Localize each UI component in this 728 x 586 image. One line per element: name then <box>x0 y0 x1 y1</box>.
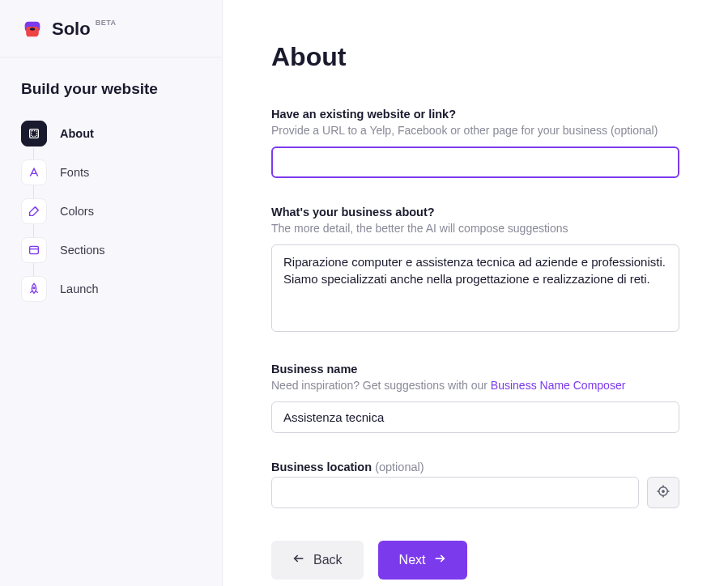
next-button-label: Next <box>399 553 426 567</box>
field-label-text: Business location <box>271 461 372 473</box>
svg-rect-2 <box>32 131 37 137</box>
back-button-label: Back <box>313 553 343 567</box>
sidebar-item-label: Launch <box>60 282 99 295</box>
sidebar-item-label: Sections <box>60 244 105 257</box>
main-content: About Have an existing website or link? … <box>223 0 728 586</box>
svg-point-5 <box>33 287 35 289</box>
field-label: Business name <box>271 363 679 376</box>
field-business-name: Business name Need inspiration? Get sugg… <box>271 363 679 433</box>
sidebar-item-label: Fonts <box>60 166 89 179</box>
sidebar: Solo BETA Build your website About Fonts… <box>0 0 223 586</box>
next-button[interactable]: Next <box>378 541 468 580</box>
sidebar-item-colors[interactable]: Colors <box>15 192 207 231</box>
field-label: Business location (optional) <box>271 461 679 473</box>
svg-point-0 <box>30 28 35 30</box>
colors-icon <box>21 198 47 224</box>
logo-text: Solo <box>52 19 91 40</box>
svg-rect-3 <box>30 246 39 253</box>
sidebar-item-about[interactable]: About <box>15 114 207 153</box>
back-button[interactable]: Back <box>271 541 364 580</box>
svg-point-7 <box>662 490 664 492</box>
launch-icon <box>21 276 47 302</box>
field-help: Provide a URL to a Yelp, Facebook or oth… <box>271 124 679 137</box>
sidebar-item-label: Colors <box>60 205 94 218</box>
sidebar-item-label: About <box>60 127 94 140</box>
page-title: About <box>271 42 679 72</box>
about-icon <box>21 121 47 146</box>
nav-list: About Fonts Colors Sections Launch <box>0 114 222 308</box>
field-existing-link: Have an existing website or link? Provid… <box>271 108 679 178</box>
field-help: Need inspiration? Get suggestions with o… <box>271 379 679 392</box>
arrow-left-icon <box>292 552 305 568</box>
logo-beta-badge: BETA <box>96 19 117 27</box>
about-textarea[interactable]: Riparazione computer e assistenza tecnic… <box>271 244 679 332</box>
crosshair-icon <box>656 484 671 501</box>
field-about: What's your business about? The more det… <box>271 206 679 335</box>
field-label: What's your business about? <box>271 206 679 219</box>
sidebar-item-fonts[interactable]: Fonts <box>15 153 207 192</box>
button-row: Back Next <box>271 541 679 580</box>
logo-icon <box>21 18 44 40</box>
sections-icon <box>21 237 47 263</box>
business-name-composer-link[interactable]: Business Name Composer <box>491 379 626 392</box>
field-help: The more detail, the better the AI will … <box>271 222 679 235</box>
location-input[interactable] <box>271 477 639 508</box>
sidebar-item-launch[interactable]: Launch <box>15 270 207 308</box>
arrow-right-icon <box>433 552 446 568</box>
sidebar-heading: Build your website <box>0 57 222 114</box>
business-name-input[interactable] <box>271 401 679 433</box>
locate-button[interactable] <box>647 477 679 508</box>
fonts-icon <box>21 159 47 185</box>
location-row <box>271 477 679 508</box>
field-optional-text: (optional) <box>375 461 424 473</box>
field-help-text: Need inspiration? Get suggestions with o… <box>271 379 491 392</box>
existing-link-input[interactable] <box>271 146 679 178</box>
logo-area: Solo BETA <box>0 0 222 57</box>
sidebar-item-sections[interactable]: Sections <box>15 231 207 270</box>
field-location: Business location (optional) <box>271 461 679 508</box>
field-label: Have an existing website or link? <box>271 108 679 121</box>
